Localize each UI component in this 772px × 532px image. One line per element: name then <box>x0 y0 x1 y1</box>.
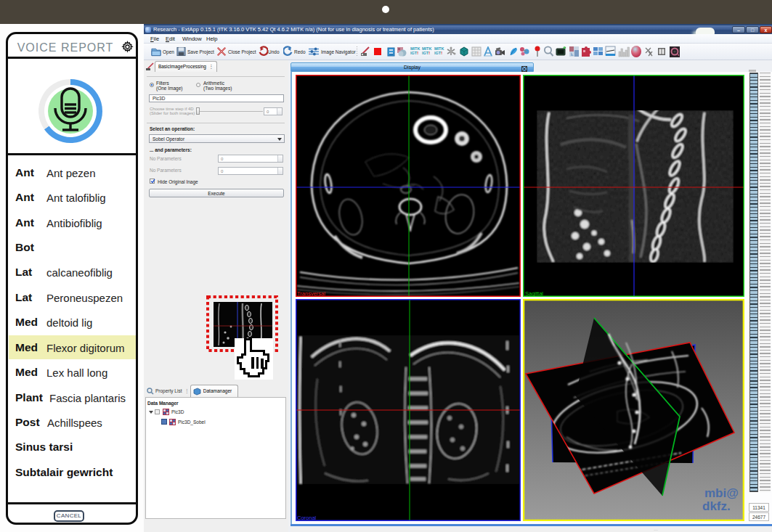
svg-text:dkfz.: dkfz. <box>702 499 731 513</box>
svg-text:mbi@: mbi@ <box>704 486 739 500</box>
